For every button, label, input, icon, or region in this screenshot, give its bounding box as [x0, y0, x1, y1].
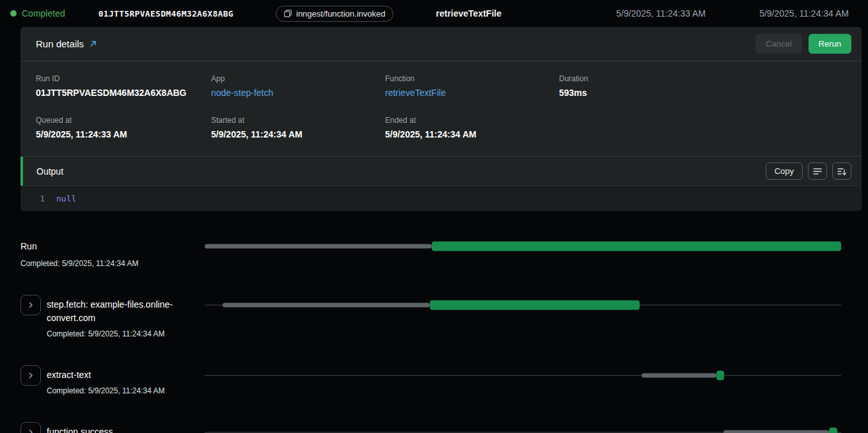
field-run-id: Run ID 01JTT5RPVAESDM46M32A6X8ABG: [36, 74, 211, 98]
timeline-step-row: extract-text Completed: 5/9/2025, 11:24:…: [20, 365, 841, 395]
event-badge-label: inngest/function.invoked: [296, 9, 385, 19]
step-queue-bar: [642, 374, 716, 378]
app-link[interactable]: node-step-fetch: [211, 88, 273, 98]
output-code-block: 1 null: [20, 185, 862, 211]
copy-button[interactable]: Copy: [766, 162, 803, 180]
field-function: Function retrieveTextFile: [385, 74, 559, 98]
step-label: extract-text: [47, 368, 165, 382]
timeline-run-row: Run Completed: 5/9/2025, 11:24:34 AM: [20, 239, 841, 268]
step-duration-bar: [430, 301, 639, 310]
step-baseline: [205, 375, 841, 376]
timeline-run-track: [205, 239, 841, 253]
run-summary-bar: Completed 01JTT5RPVAESDM46M32A6X8ABG inn…: [0, 0, 868, 27]
field-empty: [559, 116, 846, 139]
step-duration-bar: [829, 428, 837, 433]
run-metadata-grid: Run ID 01JTT5RPVAESDM46M32A6X8ABG App no…: [20, 61, 862, 156]
timeline-run-completed: Completed: 5/9/2025, 11:24:34 AM: [20, 259, 205, 268]
step-track: [205, 295, 841, 315]
queued-at-timestamp: 5/9/2025, 11:24:33 AM: [616, 8, 706, 19]
function-name-text: retrieveTextFile: [436, 8, 501, 19]
expand-step-button[interactable]: [20, 422, 41, 433]
started-at-timestamp: 5/9/2025, 11:24:34 AM: [759, 8, 849, 19]
step-track: [205, 422, 841, 433]
panel-title: Run details: [36, 38, 84, 49]
run-queue-bar: [205, 244, 432, 249]
run-status: Completed: [10, 8, 65, 19]
expand-rows-icon[interactable]: [832, 162, 851, 180]
code-line-content: null: [56, 194, 76, 203]
field-ended-at: Ended at 5/9/2025, 11:24:34 AM: [385, 116, 559, 139]
step-duration-bar: [716, 371, 724, 381]
step-completed: Completed: 5/9/2025, 11:24:34 AM: [47, 386, 165, 395]
run-id-text: 01JTT5RPVAESDM46M32A6X8ABG: [99, 9, 233, 19]
run-timeline: Run Completed: 5/9/2025, 11:24:34 AM ste…: [0, 211, 868, 433]
field-duration: Duration 593ms: [559, 74, 846, 98]
field-app: App node-step-fetch: [211, 74, 385, 98]
field-started-at: Started at 5/9/2025, 11:24:34 AM: [211, 116, 385, 139]
function-link[interactable]: retrieveTextFile: [385, 88, 446, 98]
run-details-panel: Run details Cancel Rerun Run ID 01JTT5RP…: [20, 27, 862, 211]
panel-header: Run details Cancel Rerun: [20, 27, 862, 61]
field-queued-at: Queued at 5/9/2025, 11:24:33 AM: [36, 116, 211, 139]
run-duration-bar: [432, 242, 841, 251]
step-track: [205, 365, 841, 386]
word-wrap-icon[interactable]: [808, 162, 827, 180]
step-queue-bar: [223, 303, 430, 308]
output-title: Output: [36, 166, 63, 177]
output-section-header: Output Copy: [20, 156, 862, 185]
status-dot-icon: [10, 10, 17, 17]
step-label: step.fetch: example-files.online-convert…: [47, 298, 204, 325]
timeline-run-label: Run: [20, 239, 205, 253]
step-label: function success: [47, 425, 165, 433]
output-success-accent: [20, 157, 23, 185]
step-queue-bar: [723, 430, 829, 433]
external-link-icon[interactable]: [89, 40, 97, 48]
timeline-step-row: step.fetch: example-files.online-convert…: [20, 295, 841, 338]
code-line-number: 1: [20, 194, 56, 203]
step-completed: Completed: 5/9/2025, 11:24:34 AM: [47, 329, 204, 338]
timeline-step-row: function success Completed: 5/9/2025, 11…: [20, 422, 841, 433]
cancel-button[interactable]: Cancel: [755, 34, 801, 54]
expand-step-button[interactable]: [20, 365, 41, 386]
status-label: Completed: [22, 8, 65, 19]
event-icon: [284, 10, 292, 17]
rerun-button[interactable]: Rerun: [809, 34, 851, 54]
expand-step-button[interactable]: [20, 295, 41, 315]
trigger-event-badge[interactable]: inngest/function.invoked: [276, 6, 393, 22]
